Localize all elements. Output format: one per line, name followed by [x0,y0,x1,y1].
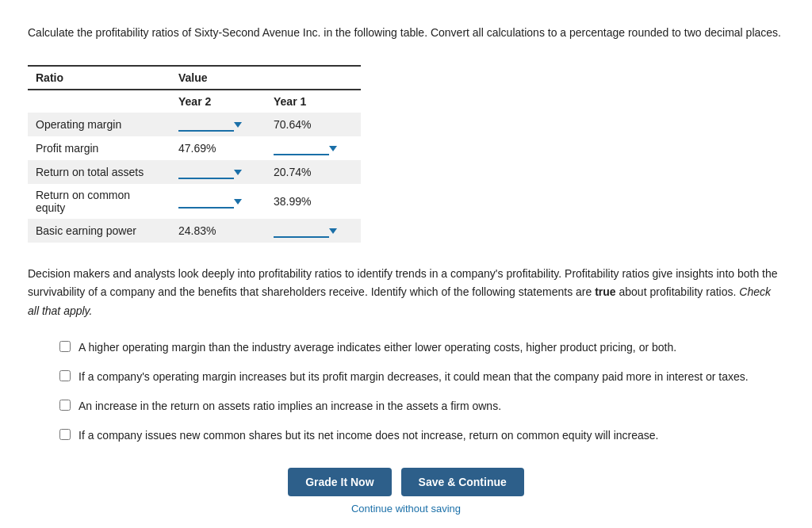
table-row: Return on common equity 38.99% [28,184,361,219]
year1-value: 20.74% [266,160,361,184]
dropdown-year2[interactable] [178,165,258,179]
table-row: Profit margin47.69% [28,136,361,160]
save-continue-button[interactable]: Save & Continue [401,468,524,496]
ratio-table-section: Ratio Value Year 2 Year 1 Operating marg… [28,65,784,243]
ratio-label: Profit margin [28,136,170,160]
dropdown-arrow-icon [234,122,242,128]
list-item: A higher operating margin than the indus… [59,339,784,356]
ratio-label: Return on common equity [28,184,170,219]
dropdown-arrow-icon [234,199,242,205]
dropdown-underline [178,117,234,132]
dropdown-underline [274,224,329,238]
checkbox-label: An increase in the return on assets rati… [79,398,501,415]
static-value: 47.69% [178,142,216,155]
col-year1-header: Year 1 [266,90,361,113]
dropdown-year2[interactable] [178,194,258,209]
grade-button[interactable]: Grade It Now [288,468,391,496]
dropdown-arrow-icon [234,170,242,175]
checkbox-label: If a company's operating margin increase… [79,369,749,385]
year1-value[interactable] [266,219,361,243]
year2-value[interactable] [170,160,266,184]
ratio-label: Operating margin [28,113,170,136]
year1-value: 38.99% [266,184,361,219]
dropdown-year1[interactable] [274,224,353,238]
col-value-header: Value [170,66,361,90]
continue-without-saving-link[interactable]: Continue without saving [351,503,461,515]
year2-value[interactable] [170,184,266,219]
col-year2-header: Year 2 [170,90,266,113]
checkbox-4[interactable] [59,429,71,440]
list-item: If a company's operating margin increase… [59,369,784,385]
checkbox-3[interactable] [59,400,71,411]
dropdown-arrow-icon [329,228,337,234]
dropdown-underline [178,165,234,179]
year2-value: 24.83% [170,219,266,243]
description-text2: about profitability ratios. [616,285,740,298]
table-row: Operating margin 70.64% [28,113,361,136]
static-value: 20.74% [274,166,311,178]
table-row: Return on total assets 20.74% [28,160,361,184]
actions-row: Grade It Now Save & Continue [288,468,524,496]
ratio-label: Return on total assets [28,160,170,184]
static-value: 24.83% [178,224,216,237]
static-value: 38.99% [274,195,311,208]
static-value: 70.64% [274,118,311,131]
col-blank-subheader [28,90,170,113]
dropdown-arrow-icon [329,146,337,151]
year2-value[interactable] [170,113,266,136]
instructions-text: Calculate the profitability ratios of Si… [28,24,784,41]
table-row: Basic earning power24.83% [28,219,361,243]
checkbox-1[interactable] [59,341,71,352]
checkbox-2[interactable] [59,370,71,381]
dropdown-underline [178,194,234,209]
year2-value: 47.69% [170,136,266,160]
dropdown-underline [274,141,329,155]
checkbox-label: A higher operating margin than the indus… [79,339,676,356]
year1-value[interactable] [266,136,361,160]
description-bold: true [595,285,615,298]
dropdown-year2[interactable] [178,117,258,132]
checkbox-list: A higher operating margin than the indus… [59,339,784,444]
year1-value: 70.64% [266,113,361,136]
ratio-table: Ratio Value Year 2 Year 1 Operating marg… [28,65,361,243]
col-ratio-header: Ratio [28,66,170,90]
actions-section: Grade It Now Save & Continue Continue wi… [28,468,784,515]
ratio-label: Basic earning power [28,219,170,243]
dropdown-year1[interactable] [274,141,353,155]
description-section: Decision makers and analysts look deeply… [28,265,784,319]
list-item: If a company issues new common shares bu… [59,427,784,444]
checkbox-label: If a company issues new common shares bu… [79,427,658,444]
list-item: An increase in the return on assets rati… [59,398,784,415]
